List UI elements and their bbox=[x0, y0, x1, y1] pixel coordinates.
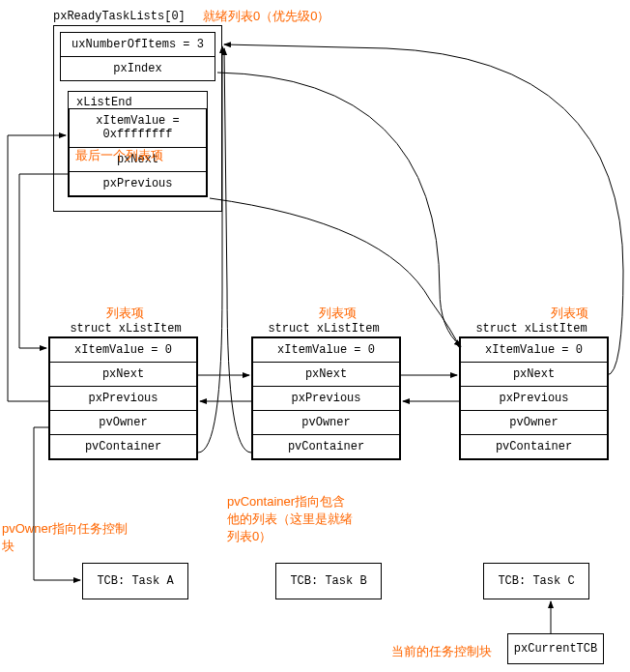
ready-list-box: uxNumberOfItems = 3 pxIndex xListEnd xIt… bbox=[53, 25, 222, 212]
item-a-pxnext: pxNext bbox=[49, 362, 197, 387]
item-c-pvcontainer: pvContainer bbox=[460, 434, 608, 459]
item-b-pxnext: pxNext bbox=[252, 362, 400, 387]
top-label: 就绪列表0（优先级0） bbox=[203, 8, 329, 25]
item-c-value: xItemValue = 0 bbox=[460, 337, 608, 363]
xlistend-title: xListEnd bbox=[69, 92, 207, 109]
tcb-b-label: TCB: Task B bbox=[290, 574, 366, 588]
item-a-pvowner: pvOwner bbox=[49, 410, 197, 435]
item-b-pvcontainer: pvContainer bbox=[252, 434, 400, 459]
xlistend-item-value: xItemValue = 0xffffffff bbox=[69, 108, 207, 148]
item-c-pxprevious: pxPrevious bbox=[460, 386, 608, 411]
px-current-tcb: pxCurrentTCB bbox=[507, 633, 604, 664]
last-item-label: 最后一个列表项 bbox=[75, 147, 163, 164]
list-item-label-c: 列表项 bbox=[551, 305, 588, 322]
list-item-label-b: 列表项 bbox=[319, 305, 357, 322]
item-a-pxprevious: pxPrevious bbox=[49, 386, 197, 411]
xlistend-pxprevious: pxPrevious bbox=[69, 171, 207, 196]
struct-title-c: struct xListItem bbox=[464, 322, 599, 336]
tcb-a-label: TCB: Task A bbox=[97, 574, 173, 588]
pvcontainer-note: pvContainer指向包含 他的列表（这里是就绪 列表0） bbox=[227, 493, 353, 546]
item-a-value: xItemValue = 0 bbox=[49, 337, 197, 363]
top-title: pxReadyTaskLists[0] bbox=[53, 10, 198, 23]
item-b-pvowner: pvOwner bbox=[252, 410, 400, 435]
tcb-a: TCB: Task A bbox=[82, 563, 188, 599]
struct-title-a: struct xListItem bbox=[58, 322, 193, 336]
xlistend-box: xListEnd xItemValue = 0xffffffff pxNext … bbox=[68, 91, 208, 197]
tcb-c-label: TCB: Task C bbox=[498, 574, 574, 588]
px-index: pxIndex bbox=[60, 56, 215, 81]
struct-title-b: struct xListItem bbox=[256, 322, 391, 336]
current-tcb-label: 当前的任务控制块 bbox=[391, 643, 492, 660]
px-current-tcb-label: pxCurrentTCB bbox=[514, 642, 597, 656]
tcb-c: TCB: Task C bbox=[483, 563, 589, 599]
list-item-c: xItemValue = 0 pxNext pxPrevious pvOwner… bbox=[459, 336, 609, 460]
item-c-pxnext: pxNext bbox=[460, 362, 608, 387]
item-a-pvcontainer: pvContainer bbox=[49, 434, 197, 459]
list-item-b: xItemValue = 0 pxNext pxPrevious pvOwner… bbox=[251, 336, 401, 460]
pvowner-note: pvOwner指向任务控制 块 bbox=[2, 520, 128, 555]
ux-number-of-items: uxNumberOfItems = 3 bbox=[60, 32, 215, 57]
item-c-pvowner: pvOwner bbox=[460, 410, 608, 435]
item-b-pxprevious: pxPrevious bbox=[252, 386, 400, 411]
tcb-b: TCB: Task B bbox=[275, 563, 382, 599]
list-item-a: xItemValue = 0 pxNext pxPrevious pvOwner… bbox=[48, 336, 198, 460]
list-item-label-a: 列表项 bbox=[106, 305, 144, 322]
item-b-value: xItemValue = 0 bbox=[252, 337, 400, 363]
